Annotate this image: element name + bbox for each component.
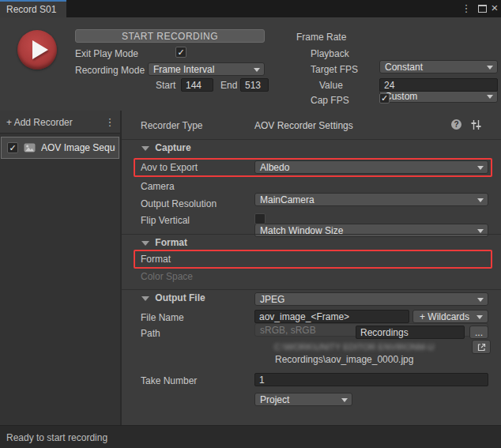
aov-to-export-dropdown[interactable]: Albedo [254, 160, 488, 174]
file-name-input[interactable]: aov_image_<Frame> [254, 310, 409, 323]
check-icon: ✓ [177, 48, 184, 57]
camera-value: MainCamera [260, 194, 315, 205]
take-number-input[interactable]: 1 [254, 373, 488, 386]
output-resolution-dropdown[interactable]: Match Window Size [254, 224, 488, 237]
check-icon: ✓ [381, 94, 388, 103]
format-value: JPEG [260, 294, 284, 305]
format-section-header[interactable]: Format [141, 237, 187, 248]
frame-rate-title: Frame Rate [296, 32, 346, 43]
close-icon[interactable]: × [489, 1, 500, 14]
dropdown-arrow-icon [487, 66, 493, 70]
dropdown-arrow-icon [477, 198, 484, 202]
recorder-settings-panel: Recorder Type AOV Recorder Settings ? Ca… [122, 111, 501, 425]
browse-path-button[interactable]: ... [469, 326, 488, 339]
cap-fps-checkbox[interactable]: ✓ [379, 93, 390, 104]
format-label: Format [141, 254, 171, 265]
format-dropdown[interactable]: JPEG [254, 292, 488, 306]
start-frame-input[interactable]: 144 [181, 78, 213, 92]
target-fps-value: Custom [385, 91, 417, 102]
playback-dropdown[interactable]: Constant [379, 60, 498, 73]
absolute-path-preview-blurred: C:\WORK\UNITY EDITOR ENVIRONM-U [274, 342, 464, 352]
format-highlight [134, 250, 492, 269]
recorder-item-label: AOV Image Seque [41, 142, 115, 153]
format-section-title: Format [155, 237, 187, 248]
recording-mode-value: Frame Interval [153, 64, 214, 75]
recording-mode-label: Recording Mode [75, 65, 145, 76]
recorder-type-value: AOV Recorder Settings [254, 120, 353, 131]
status-bar: Ready to start recording [0, 425, 501, 448]
aov-to-export-label: Aov to Export [141, 162, 198, 173]
exit-play-mode-label: Exit Play Mode [75, 48, 138, 59]
open-output-folder-button[interactable] [472, 340, 491, 354]
foldout-arrow-icon [141, 296, 149, 301]
play-button[interactable] [17, 30, 57, 70]
help-icon[interactable]: ? [451, 119, 461, 130]
aov-to-export-value: Albedo [260, 162, 289, 173]
section-separator [122, 139, 501, 140]
dropdown-arrow-icon [477, 315, 483, 319]
image-sequence-icon [24, 143, 36, 152]
wildcards-button[interactable]: + Wildcards [412, 310, 488, 323]
dropdown-arrow-icon [477, 229, 484, 233]
recording-mode-dropdown[interactable]: Frame Interval [148, 62, 265, 76]
playback-label: Playback [311, 48, 349, 59]
color-space-value: sRGB, sRGB [260, 325, 316, 336]
unity-recorder-window: { "icons": { "kebab": "⋮", "close": "×",… [0, 0, 501, 448]
preset-icon[interactable] [470, 119, 482, 130]
take-number-label: Take Number [141, 375, 197, 386]
dropdown-arrow-icon [254, 68, 260, 72]
path-input[interactable]: Recordings [356, 326, 465, 339]
recorder-list-item-aov[interactable]: ✓ AOV Image Seque [1, 137, 119, 159]
exit-play-mode-checkbox[interactable]: ✓ [175, 47, 186, 58]
capture-section-header[interactable]: Capture [141, 142, 191, 153]
camera-dropdown[interactable]: MainCamera [254, 193, 488, 206]
capture-section-title: Capture [155, 142, 190, 153]
section-separator [122, 234, 501, 235]
status-message: Ready to start recording [6, 432, 107, 443]
play-icon [32, 40, 48, 59]
recorder-type-label: Recorder Type [141, 120, 203, 131]
window-menu-kebab-icon[interactable]: ⋮ [461, 2, 472, 14]
output-path-preview: Recordings\aov_image_0000.jpg [275, 354, 413, 365]
foldout-arrow-icon [141, 241, 149, 246]
add-recorder-header: + Add Recorder ⋮ [0, 111, 120, 134]
fps-value-label: Value [319, 80, 343, 91]
playback-value: Constant [385, 62, 423, 73]
wildcards-label: + Wildcards [420, 311, 469, 322]
start-recording-button[interactable]: START RECORDING [75, 29, 265, 43]
foldout-arrow-icon [141, 146, 149, 151]
dropdown-arrow-icon [341, 398, 348, 402]
flip-vertical-checkbox[interactable]: ✓ [254, 213, 266, 224]
path-root-dropdown[interactable]: Project [254, 393, 352, 406]
tab-record-s01[interactable]: Record S01 [0, 0, 66, 17]
add-recorder-button[interactable]: + Add Recorder [6, 117, 73, 128]
output-file-section-title: Output File [155, 292, 205, 303]
flip-vertical-label: Flip Vertical [141, 215, 190, 226]
target-fps-label: Target FPS [311, 64, 358, 75]
dropdown-arrow-icon [477, 166, 484, 170]
output-file-section-header[interactable]: Output File [141, 292, 205, 303]
color-space-label: Color Space [141, 271, 193, 282]
check-icon: ✓ [9, 144, 16, 152]
maximize-icon[interactable] [478, 5, 487, 13]
section-separator [122, 289, 501, 290]
file-name-label: File Name [141, 312, 184, 323]
path-root-value: Project [260, 394, 289, 405]
cap-fps-label: Cap FPS [311, 95, 349, 106]
dropdown-arrow-icon [477, 298, 484, 302]
tab-title: Record S01 [6, 4, 56, 15]
recorder-enabled-checkbox[interactable]: ✓ [7, 142, 18, 153]
end-frame-input[interactable]: 513 [240, 78, 269, 92]
path-label: Path [141, 328, 160, 339]
title-bar: Record S01 ⋮ × [0, 0, 501, 17]
start-frame-label: Start [156, 80, 175, 91]
dropdown-arrow-icon [487, 95, 493, 99]
open-external-icon [477, 342, 487, 352]
output-resolution-label: Output Resolution [141, 198, 217, 209]
recorder-list-kebab-icon[interactable]: ⋮ [104, 116, 115, 128]
camera-label: Camera [141, 181, 175, 192]
fps-value-input[interactable]: 24 [379, 78, 498, 92]
end-frame-label: End [220, 80, 237, 91]
